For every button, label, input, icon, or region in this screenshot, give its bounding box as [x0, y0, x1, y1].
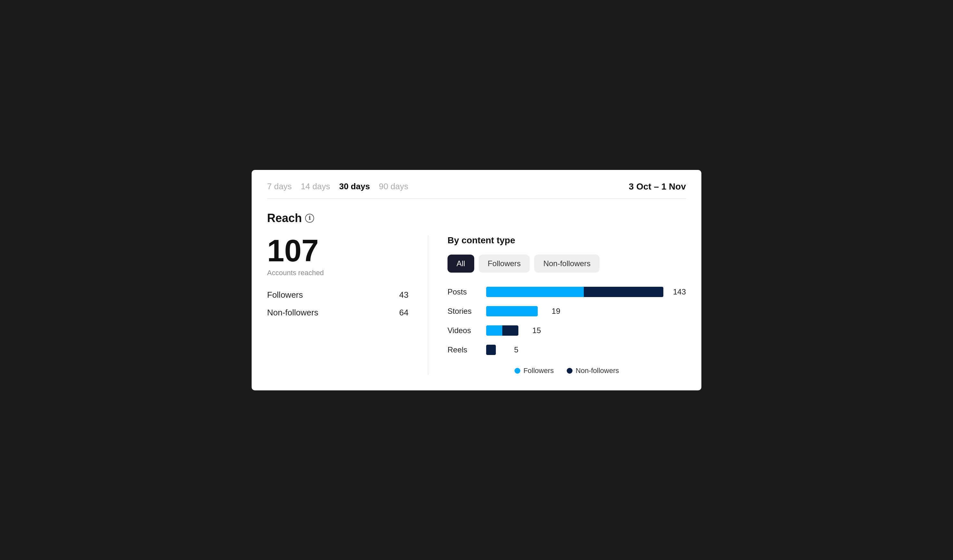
filter-all-button[interactable]: All — [447, 255, 474, 272]
analytics-card: 7 days 14 days 30 days 90 days 3 Oct – 1… — [251, 169, 702, 391]
bar-value-stories: 19 — [544, 307, 560, 316]
header-row: 7 days 14 days 30 days 90 days 3 Oct – 1… — [267, 181, 686, 199]
followers-stat-row: Followers 43 — [267, 290, 408, 300]
bar-nonfollowers-videos — [502, 325, 518, 336]
bar-row-videos: Videos 15 — [447, 325, 686, 336]
filter-90days[interactable]: 90 days — [379, 181, 408, 192]
chart-legend: Followers Non-followers — [447, 367, 686, 375]
bar-container-stories — [486, 306, 538, 316]
bar-row-posts: Posts 143 — [447, 287, 686, 297]
legend-followers-label: Followers — [523, 367, 554, 375]
bar-label-stories: Stories — [447, 307, 480, 316]
legend-dot-nonfollowers — [567, 368, 573, 374]
bar-row-stories: Stories 19 — [447, 306, 686, 316]
by-content-title: By content type — [447, 235, 686, 246]
bar-nonfollowers-reels — [486, 345, 496, 355]
legend-nonfollowers: Non-followers — [567, 367, 619, 375]
bar-value-reels: 5 — [502, 345, 518, 354]
bar-row-reels: Reels 5 — [447, 345, 686, 355]
left-panel: 107 Accounts reached Followers 43 Non-fo… — [267, 235, 428, 375]
legend-nonfollowers-label: Non-followers — [576, 367, 619, 375]
bar-followers-videos — [486, 325, 502, 336]
date-range: 3 Oct – 1 Nov — [629, 181, 686, 192]
bar-container-posts — [486, 287, 663, 297]
filter-followers-button[interactable]: Followers — [479, 255, 530, 272]
bar-label-reels: Reels — [447, 345, 480, 354]
followers-label: Followers — [267, 290, 303, 300]
followers-value: 43 — [399, 290, 408, 300]
filter-nonfollowers-button[interactable]: Non-followers — [534, 255, 599, 272]
bar-nonfollowers-posts — [584, 287, 664, 297]
bar-container-videos — [486, 325, 518, 336]
filter-14days[interactable]: 14 days — [301, 181, 330, 192]
filter-7days[interactable]: 7 days — [267, 181, 292, 192]
right-panel: By content type All Followers Non-follow… — [428, 235, 686, 375]
nonfollowers-label: Non-followers — [267, 308, 318, 318]
bar-value-videos: 15 — [525, 326, 541, 335]
nonfollowers-stat-row: Non-followers 64 — [267, 308, 408, 318]
bar-value-posts: 143 — [670, 288, 686, 296]
filter-buttons: All Followers Non-followers — [447, 255, 686, 272]
section-title: Reach ℹ — [267, 212, 686, 225]
accounts-reached-label: Accounts reached — [267, 269, 408, 277]
legend-followers: Followers — [515, 367, 554, 375]
bar-label-videos: Videos — [447, 326, 480, 335]
bar-followers-posts — [486, 287, 584, 297]
info-icon[interactable]: ℹ — [305, 214, 314, 223]
time-filters: 7 days 14 days 30 days 90 days — [267, 181, 408, 192]
filter-30days[interactable]: 30 days — [339, 181, 370, 192]
bar-followers-stories — [486, 306, 538, 316]
legend-dot-followers — [515, 368, 520, 374]
accounts-reached-number: 107 — [267, 235, 408, 266]
reach-title: Reach — [267, 212, 302, 225]
main-content: 107 Accounts reached Followers 43 Non-fo… — [267, 235, 686, 375]
nonfollowers-value: 64 — [399, 308, 408, 318]
bar-container-reels — [486, 345, 496, 355]
bar-label-posts: Posts — [447, 288, 480, 296]
